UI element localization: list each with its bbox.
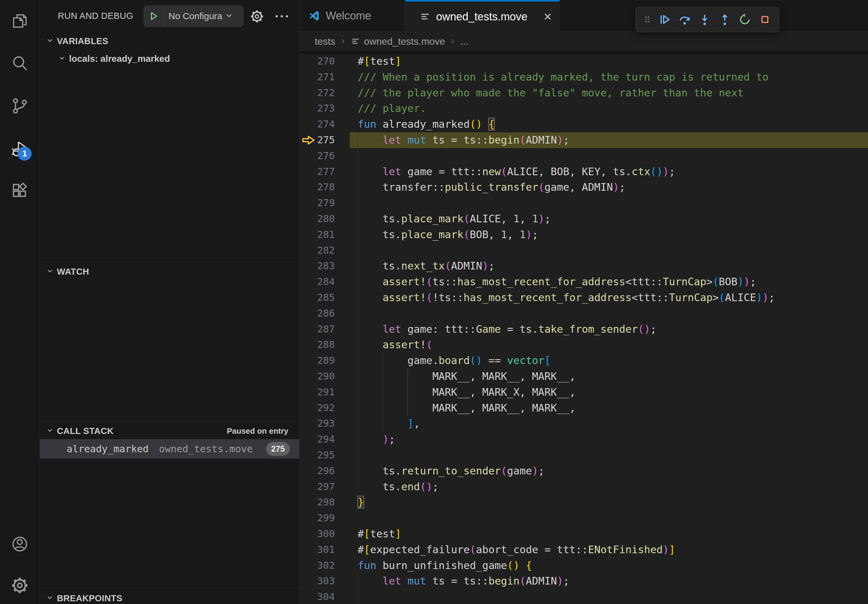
glyph-margin[interactable] [299,54,317,69]
code-line[interactable]: 304 [299,589,868,604]
glyph-margin[interactable] [299,573,317,589]
search-icon[interactable] [10,54,29,73]
debug-current-line-arrow[interactable] [299,132,317,148]
line-number[interactable]: 289 [317,353,332,369]
code-line[interactable]: 300#[test] [299,526,868,542]
settings-gear-icon[interactable] [10,576,29,595]
code-line[interactable]: 279 [299,195,868,211]
glyph-margin[interactable] [299,116,317,132]
line-number[interactable]: 294 [317,432,332,448]
config-dropdown-label[interactable]: No Configura [164,11,222,21]
line-number[interactable]: 292 [317,400,332,416]
line-number[interactable]: 272 [317,85,332,101]
code-line[interactable]: 290 MARK__, MARK__, MARK__, [299,369,868,384]
glyph-margin[interactable] [299,510,317,526]
code-line[interactable]: 296 ts.return_to_sender(game); [299,463,868,479]
glyph-margin[interactable] [299,101,317,116]
line-number[interactable]: 298 [317,494,332,510]
code-line[interactable]: 273/// player. [299,101,868,116]
step-over-icon[interactable] [674,9,694,29]
line-number[interactable]: 271 [317,69,332,85]
code-line[interactable]: 291 MARK__, MARK_X, MARK__, [299,384,868,400]
line-number[interactable]: 275 [317,132,332,148]
continue-icon[interactable] [654,9,674,29]
section-breakpoints[interactable]: BREAKPOINTS [40,589,299,604]
line-number[interactable]: 301 [317,542,332,558]
line-number[interactable]: 280 [317,211,332,227]
call-stack-frame[interactable]: already_marked owned_tests.move 275 [40,439,299,458]
code-line[interactable]: 281 ts.place_mark(BOB, 1, 1); [299,227,868,243]
glyph-margin[interactable] [299,479,317,495]
glyph-margin[interactable] [299,211,317,227]
code-line[interactable]: 288 assert!( [299,337,868,353]
line-number[interactable]: 270 [317,54,332,69]
code-line[interactable]: 283 ts.next_tx(ADMIN); [299,258,868,274]
code-line[interactable]: 272/// the player who made the "false" m… [299,85,868,101]
line-number[interactable]: 297 [317,479,332,495]
step-into-icon[interactable] [694,9,715,29]
line-number[interactable]: 288 [317,337,332,353]
glyph-margin[interactable] [299,337,317,353]
glyph-margin[interactable] [299,589,317,604]
code-line[interactable]: 287 let game: ttt::Game = ts.take_from_s… [299,321,868,337]
line-number[interactable]: 303 [317,573,332,589]
glyph-margin[interactable] [299,306,317,321]
line-number[interactable]: 291 [317,384,332,400]
glyph-margin[interactable] [299,290,317,306]
glyph-margin[interactable] [299,85,317,101]
extensions-icon[interactable] [10,181,29,200]
debug-settings-gear-icon[interactable] [250,9,264,24]
line-number[interactable]: 278 [317,180,332,195]
code-line[interactable]: 275 let mut ts = ts::begin(ADMIN); [299,132,868,148]
line-number[interactable]: 290 [317,369,332,384]
glyph-margin[interactable] [299,180,317,195]
line-number[interactable]: 300 [317,526,332,542]
line-number[interactable]: 281 [317,227,332,243]
tab-owned-tests-move[interactable]: owned_tests.move ✕ [405,0,560,32]
code-line[interactable]: 278 transfer::public_transfer(game, ADMI… [299,180,868,195]
line-number[interactable]: 284 [317,274,332,290]
glyph-margin[interactable] [299,369,317,384]
glyph-margin[interactable] [299,353,317,369]
account-icon[interactable] [10,535,29,553]
glyph-margin[interactable] [299,243,317,259]
glyph-margin[interactable] [299,274,317,290]
line-number[interactable]: 295 [317,448,332,463]
code-line[interactable]: 298} [299,494,868,510]
code-line[interactable]: 286 [299,306,868,321]
line-number[interactable]: 299 [317,510,332,526]
line-number[interactable]: 296 [317,463,332,479]
glyph-margin[interactable] [299,227,317,243]
line-number[interactable]: 279 [317,195,332,211]
explorer-icon[interactable] [10,12,29,30]
close-icon[interactable]: ✕ [544,12,552,22]
code-line[interactable]: 271/// When a position is already marked… [299,69,868,85]
glyph-margin[interactable] [299,542,317,558]
glyph-margin[interactable] [299,195,317,211]
line-number[interactable]: 304 [317,589,332,604]
code-line[interactable]: 293 ], [299,416,868,432]
section-watch[interactable]: WATCH [40,263,299,280]
start-debugging-icon[interactable] [144,10,163,22]
code-line[interactable]: 299 [299,510,868,526]
glyph-margin[interactable] [299,416,317,432]
glyph-margin[interactable] [299,463,317,479]
glyph-margin[interactable] [299,148,317,164]
more-actions-icon[interactable] [276,15,288,17]
code-line[interactable]: 295 [299,448,868,463]
glyph-margin[interactable] [299,258,317,274]
section-call-stack[interactable]: CALL STACK Paused on entry [40,422,299,440]
code-editor[interactable]: 270#[test]271/// When a position is alre… [299,51,868,604]
chevron-down-icon[interactable] [225,11,233,21]
line-number[interactable]: 285 [317,290,332,306]
glyph-margin[interactable] [299,558,317,574]
stop-icon[interactable] [755,9,775,29]
drag-grip-icon[interactable] [640,13,654,26]
code-line[interactable]: 284 assert!(ts::has_most_recent_for_addr… [299,274,868,290]
code-line[interactable]: 301#[expected_failure(abort_code = ttt::… [299,542,868,558]
line-number[interactable]: 302 [317,558,332,574]
restart-icon[interactable] [735,9,755,29]
line-number[interactable]: 283 [317,258,332,274]
code-line[interactable]: 289 game.board() == vector[ [299,353,868,369]
glyph-margin[interactable] [299,400,317,416]
